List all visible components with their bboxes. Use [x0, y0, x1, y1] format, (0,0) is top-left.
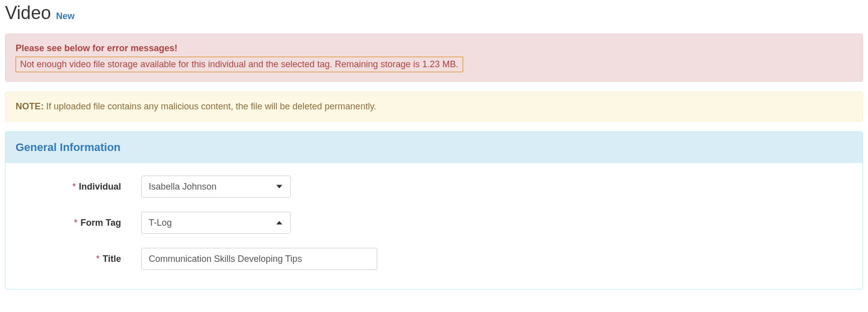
- error-alert-message: Not enough video file storage available …: [16, 57, 463, 72]
- individual-select-value: Isabella Johnson: [149, 182, 216, 192]
- individual-label-text: Individual: [79, 182, 121, 192]
- form-tag-select-value: T-Log: [149, 218, 172, 228]
- caret-up-icon: [276, 221, 282, 225]
- panel-header: General Information: [6, 132, 862, 163]
- form-tag-label: *Form Tag: [16, 218, 141, 228]
- form-tag-label-text: Form Tag: [80, 218, 121, 228]
- required-mark: *: [72, 182, 76, 192]
- panel-title: General Information: [16, 141, 852, 154]
- warning-alert-label: NOTE:: [16, 101, 44, 111]
- form-row-form-tag: *Form Tag T-Log: [16, 212, 852, 234]
- individual-select[interactable]: Isabella Johnson: [141, 176, 291, 198]
- page-title: Video: [5, 3, 51, 24]
- individual-label: *Individual: [16, 182, 141, 192]
- warning-alert-text: If uploaded file contains any malicious …: [44, 101, 376, 111]
- required-mark: *: [74, 218, 77, 228]
- error-alert: Please see below for error messages! Not…: [5, 34, 863, 82]
- form-row-individual: *Individual Isabella Johnson: [16, 176, 852, 198]
- page-header: Video New: [5, 0, 863, 34]
- required-mark: *: [96, 254, 99, 264]
- caret-down-icon: [276, 185, 282, 189]
- title-label: *Title: [16, 254, 141, 264]
- title-input[interactable]: [141, 248, 377, 270]
- error-alert-heading: Please see below for error messages!: [16, 43, 852, 54]
- warning-alert: NOTE: If uploaded file contains any mali…: [5, 92, 863, 121]
- title-label-text: Title: [102, 254, 121, 264]
- form-tag-select[interactable]: T-Log: [141, 212, 291, 234]
- general-info-panel: General Information *Individual Isabella…: [5, 131, 863, 289]
- page-subtitle: New: [56, 11, 74, 22]
- panel-body: *Individual Isabella Johnson *Form Tag T…: [6, 163, 862, 289]
- form-row-title: *Title: [16, 248, 852, 270]
